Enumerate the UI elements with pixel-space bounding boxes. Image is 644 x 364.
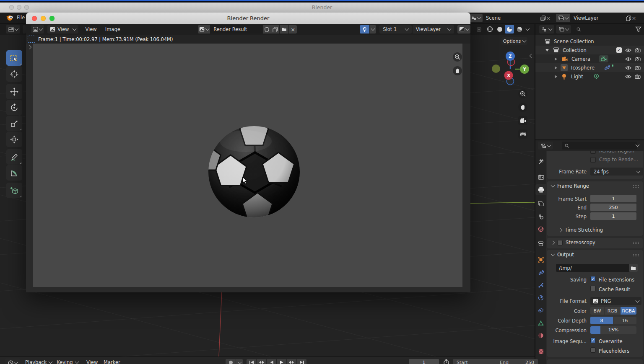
tool-settings-icon[interactable] [28,36,35,43]
tab-collection-props[interactable] [535,238,546,250]
eye-icon[interactable] [625,75,631,79]
render-visibility-camera-icon[interactable] [635,65,641,70]
eye-icon[interactable] [625,48,631,52]
panel-grip[interactable] [633,253,639,256]
time-stretching-header[interactable]: Time Stretching [559,227,603,233]
render-visibility-camera-icon[interactable] [635,48,641,52]
auto-keying-dropdown[interactable] [236,359,243,364]
tool-transform[interactable] [6,132,22,147]
image-pin-button[interactable] [360,25,369,34]
render-region-checkbox[interactable] [590,151,596,154]
compression-slider[interactable]: 15% [590,326,636,334]
next-keyframe-button[interactable] [287,359,296,364]
viewlayer-dropdown[interactable]: ViewLayer [413,25,454,34]
timeline-menu-keying[interactable]: Keying [57,359,78,364]
file-format-dropdown[interactable]: PNG [590,297,641,305]
tool-annotate[interactable] [6,149,22,165]
open-image-button[interactable] [280,25,288,34]
image-editor-type-button[interactable] [31,25,44,34]
image-mode-selector[interactable]: View [47,25,78,34]
frame-end-setting[interactable]: End 250 [496,359,538,364]
scene-type-button[interactable] [469,14,483,22]
tool-scale[interactable] [6,116,22,131]
shading-dropdown[interactable] [526,26,530,31]
viewport-options-button[interactable]: Options [501,37,527,45]
tab-modifiers[interactable] [535,267,546,279]
viewlayer-name-field[interactable]: ViewLayer [571,14,634,22]
camera-data-icon[interactable] [599,55,608,62]
viewport-camera-view-button[interactable] [518,116,527,125]
shading-rendered-button[interactable] [515,25,524,34]
frame-rate-dropdown[interactable]: 24 fps [590,168,643,176]
output-path-browse-button[interactable] [629,264,638,272]
tab-texture[interactable] [535,346,546,357]
tool-move[interactable] [6,84,22,99]
output-path-field[interactable]: /tmp/ [556,264,634,272]
tab-physics[interactable] [535,292,546,304]
viewport-editor-type-button[interactable] [6,25,20,34]
stopwatch-icon[interactable] [443,359,449,364]
tab-material[interactable] [535,330,546,341]
expand-triangle-icon[interactable] [555,57,557,61]
render-image-area[interactable] [33,44,462,287]
viewport-zoom-button[interactable] [518,89,527,98]
tab-render[interactable] [535,171,546,183]
image-name-field[interactable]: Render Result [210,25,262,34]
eye-icon[interactable] [625,57,631,61]
image-pan-button[interactable] [453,66,462,75]
render-window[interactable]: Blender Render View View Image Render Re… [26,13,470,292]
color-rgb-option[interactable]: RGB [605,307,620,315]
jump-to-start-button[interactable] [247,359,256,364]
tab-object[interactable] [535,254,546,266]
outliner-row-scene-collection[interactable]: Scene Collection [535,37,644,46]
frame-end-field[interactable]: 250 [590,204,636,211]
frame-step-field[interactable]: 1 [590,212,636,220]
auto-keying-button[interactable] [226,359,236,364]
stereoscopy-checkbox[interactable] [557,240,563,245]
outliner-row-camera[interactable]: Camera [535,54,644,63]
render-region-row[interactable]: Render Region [546,151,644,154]
tab-tool[interactable] [535,156,546,168]
output-header[interactable]: Output [551,252,639,258]
image-pin-dropdown[interactable] [370,25,377,34]
fake-user-button[interactable] [263,25,271,34]
display-channels-button[interactable] [457,25,470,34]
eye-icon[interactable] [625,66,631,70]
play-reverse-button[interactable] [267,359,276,364]
frame-start-field[interactable]: 1 [590,195,636,202]
timeline-menu-playback[interactable]: Playback [25,359,52,364]
scene-name-field[interactable]: Scene [483,14,548,22]
tool-cursor[interactable] [6,66,22,82]
outliner-row-icosphere[interactable]: Icosphere [535,63,644,72]
file-extensions-checkbox[interactable] [590,276,596,281]
outliner-filter-id-button[interactable] [556,25,571,34]
panel-grip[interactable] [633,241,639,244]
modifier-wrench-icon[interactable] [604,65,610,71]
gizmo-toggle-icon[interactable] [475,26,483,33]
tool-select-box[interactable] [6,50,22,66]
tab-constraints[interactable] [535,305,546,316]
depth-8-option[interactable]: 8 [590,317,613,324]
outliner-filter-icon[interactable] [635,26,641,32]
crop-checkbox[interactable] [590,157,596,163]
render-visibility-camera-icon[interactable] [635,74,641,79]
expand-triangle-icon[interactable] [545,49,549,52]
crop-to-render-row[interactable]: Crop to Rende... [546,157,644,163]
shading-material-button[interactable] [505,25,514,34]
frame-range-header[interactable]: Frame Range [551,183,639,189]
viewlayer-type-button[interactable] [556,14,570,22]
new-image-button[interactable] [271,25,279,34]
play-button[interactable] [277,359,286,364]
light-data-icon[interactable] [593,73,600,80]
color-rgba-option[interactable]: RGBA [621,307,636,315]
cache-result-checkbox[interactable] [590,286,596,291]
properties-editor-type-button[interactable] [538,142,553,150]
tab-object-data[interactable] [535,317,546,329]
shading-wireframe-button[interactable] [486,25,494,34]
menu-image[interactable]: Image [105,26,120,32]
viewport-ortho-toggle-button[interactable] [518,129,527,139]
jump-to-end-button[interactable] [297,359,306,364]
viewport-pan-button[interactable] [518,103,527,112]
menu-view[interactable]: View [85,26,96,32]
tool-add-cube[interactable] [6,183,22,198]
